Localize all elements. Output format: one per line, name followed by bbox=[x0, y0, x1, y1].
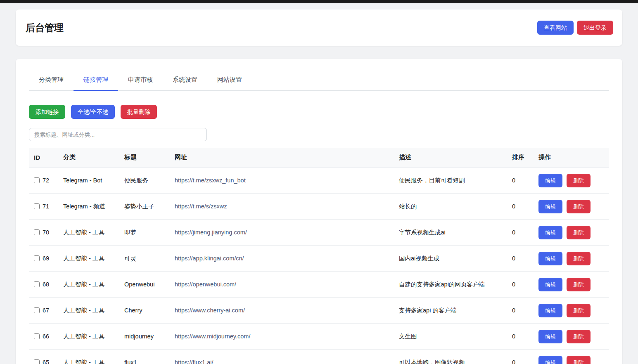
table-header-row: ID分类标题网址描述排序操作 bbox=[29, 148, 609, 168]
column-header: 操作 bbox=[538, 148, 609, 167]
edit-button[interactable]: 编辑 bbox=[538, 278, 562, 291]
select-all-button[interactable]: 全选/全不选 bbox=[71, 105, 115, 119]
row-id: 65 bbox=[43, 359, 49, 364]
tab-site-settings[interactable]: 网站设置 bbox=[207, 71, 252, 91]
row-category: 人工智能 - 工具 bbox=[63, 255, 124, 262]
row-title: 可灵 bbox=[124, 255, 175, 262]
header-actions: 查看网站 退出登录 bbox=[537, 21, 613, 35]
row-category: 人工智能 - 工具 bbox=[63, 307, 124, 314]
row-checkbox[interactable] bbox=[34, 359, 40, 364]
edit-button[interactable]: 编辑 bbox=[538, 356, 562, 364]
table-row: 66 人工智能 - 工具 midjourney https://www.midj… bbox=[29, 324, 609, 350]
row-url-link[interactable]: https://jimeng.jianying.com/ bbox=[175, 229, 247, 236]
row-id: 71 bbox=[43, 203, 49, 210]
delete-button[interactable]: 删除 bbox=[567, 200, 591, 213]
row-category: Telegram - 频道 bbox=[63, 203, 124, 210]
column-header: ID bbox=[29, 148, 63, 167]
row-url-link[interactable]: https://t.me/s/zsxwz bbox=[175, 203, 227, 210]
links-table: ID分类标题网址描述排序操作 72 Telegram - Bot 便民服务 ht… bbox=[29, 148, 609, 364]
edit-button[interactable]: 编辑 bbox=[538, 174, 562, 187]
add-link-button[interactable]: 添加链接 bbox=[29, 105, 65, 119]
row-title: 姿势小王子 bbox=[124, 203, 175, 210]
edit-button[interactable]: 编辑 bbox=[538, 330, 562, 343]
row-category: Telegram - Bot bbox=[63, 177, 124, 184]
table-row: 72 Telegram - Bot 便民服务 https://t.me/zsxw… bbox=[29, 168, 609, 194]
delete-button[interactable]: 删除 bbox=[567, 226, 591, 239]
row-checkbox[interactable] bbox=[34, 307, 40, 313]
row-url-link[interactable]: https://flux1.ai/ bbox=[175, 359, 213, 364]
row-url-link[interactable]: https://www.cherry-ai.com/ bbox=[175, 307, 245, 314]
edit-button[interactable]: 编辑 bbox=[538, 252, 562, 265]
row-title: Openwebui bbox=[124, 281, 175, 288]
logout-button[interactable]: 退出登录 bbox=[577, 21, 613, 35]
row-category: 人工智能 - 工具 bbox=[63, 281, 124, 288]
page-title: 后台管理 bbox=[26, 21, 64, 34]
tab-link-management[interactable]: 链接管理 bbox=[74, 71, 118, 91]
header-card: 后台管理 查看网站 退出登录 bbox=[16, 9, 622, 46]
row-title: 即梦 bbox=[124, 229, 175, 236]
view-site-button[interactable]: 查看网站 bbox=[537, 21, 574, 35]
edit-button[interactable]: 编辑 bbox=[538, 226, 562, 239]
row-category: 人工智能 - 工具 bbox=[63, 359, 124, 364]
row-category: 人工智能 - 工具 bbox=[63, 333, 124, 340]
row-checkbox[interactable] bbox=[34, 281, 40, 287]
table-row: 71 Telegram - 频道 姿势小王子 https://t.me/s/zs… bbox=[29, 194, 609, 220]
row-url-link[interactable]: https://openwebui.com/ bbox=[175, 281, 236, 288]
admin-page: 后台管理 查看网站 退出登录 分类管理链接管理申请审核系统设置网站设置 添加链接… bbox=[0, 3, 638, 364]
row-description: 自建的支持多家api的网页客户端 bbox=[399, 281, 512, 288]
delete-button[interactable]: 删除 bbox=[567, 252, 591, 265]
row-category: 人工智能 - 工具 bbox=[63, 229, 124, 236]
edit-button[interactable]: 编辑 bbox=[538, 304, 562, 317]
row-id: 72 bbox=[43, 177, 49, 184]
row-description: 文生图 bbox=[399, 333, 512, 340]
row-url-link[interactable]: https://t.me/zsxwz_fun_bot bbox=[175, 177, 246, 184]
row-sort: 0 bbox=[512, 229, 538, 236]
row-url-link[interactable]: https://app.klingai.com/cn/ bbox=[175, 255, 244, 262]
tab-category-management[interactable]: 分类管理 bbox=[29, 71, 74, 91]
row-sort: 0 bbox=[512, 281, 538, 288]
row-id: 66 bbox=[43, 333, 49, 340]
row-checkbox[interactable] bbox=[34, 229, 40, 235]
window-top-bar bbox=[0, 0, 638, 3]
delete-button[interactable]: 删除 bbox=[567, 330, 591, 343]
table-row: 69 人工智能 - 工具 可灵 https://app.klingai.com/… bbox=[29, 246, 609, 272]
tab-bar: 分类管理链接管理申请审核系统设置网站设置 bbox=[29, 71, 609, 91]
row-description: 站长的 bbox=[399, 203, 512, 210]
row-sort: 0 bbox=[512, 307, 538, 314]
column-header: 排序 bbox=[512, 148, 538, 167]
row-sort: 0 bbox=[512, 359, 538, 364]
row-title: midjourney bbox=[124, 333, 175, 340]
row-id: 68 bbox=[43, 281, 49, 288]
row-id: 69 bbox=[43, 255, 49, 262]
row-sort: 0 bbox=[512, 203, 538, 210]
row-checkbox[interactable] bbox=[34, 255, 40, 261]
table-body: 72 Telegram - Bot 便民服务 https://t.me/zsxw… bbox=[29, 168, 609, 364]
tab-system-settings[interactable]: 系统设置 bbox=[163, 71, 207, 91]
main-card: 分类管理链接管理申请审核系统设置网站设置 添加链接 全选/全不选 批量删除 ID… bbox=[16, 59, 622, 364]
row-sort: 0 bbox=[512, 255, 538, 262]
row-url-link[interactable]: https://www.midjourney.com/ bbox=[175, 333, 250, 340]
row-sort: 0 bbox=[512, 177, 538, 184]
row-description: 便民服务，目前可看短剧 bbox=[399, 177, 512, 184]
edit-button[interactable]: 编辑 bbox=[538, 200, 562, 213]
table-row: 65 人工智能 - 工具 flux1 https://flux1.ai/ 可以本… bbox=[29, 350, 609, 364]
row-sort: 0 bbox=[512, 333, 538, 340]
delete-button[interactable]: 删除 bbox=[567, 304, 591, 317]
delete-button[interactable]: 删除 bbox=[567, 174, 591, 187]
tab-application-review[interactable]: 申请审核 bbox=[118, 71, 163, 91]
row-id: 67 bbox=[43, 307, 49, 314]
table-row: 67 人工智能 - 工具 Cherry https://www.cherry-a… bbox=[29, 298, 609, 324]
toolbar: 添加链接 全选/全不选 批量删除 bbox=[29, 105, 609, 119]
delete-button[interactable]: 删除 bbox=[567, 356, 591, 364]
row-checkbox[interactable] bbox=[34, 177, 40, 183]
row-checkbox[interactable] bbox=[34, 333, 40, 339]
batch-delete-button[interactable]: 批量删除 bbox=[121, 105, 157, 119]
column-header: 网址 bbox=[175, 148, 399, 167]
row-description: 支持多家api 的客户端 bbox=[399, 307, 512, 314]
search-input[interactable] bbox=[29, 128, 207, 141]
column-header: 分类 bbox=[63, 148, 124, 167]
row-checkbox[interactable] bbox=[34, 203, 40, 209]
delete-button[interactable]: 删除 bbox=[567, 278, 591, 291]
table-row: 68 人工智能 - 工具 Openwebui https://openwebui… bbox=[29, 272, 609, 298]
column-header: 描述 bbox=[399, 148, 512, 167]
